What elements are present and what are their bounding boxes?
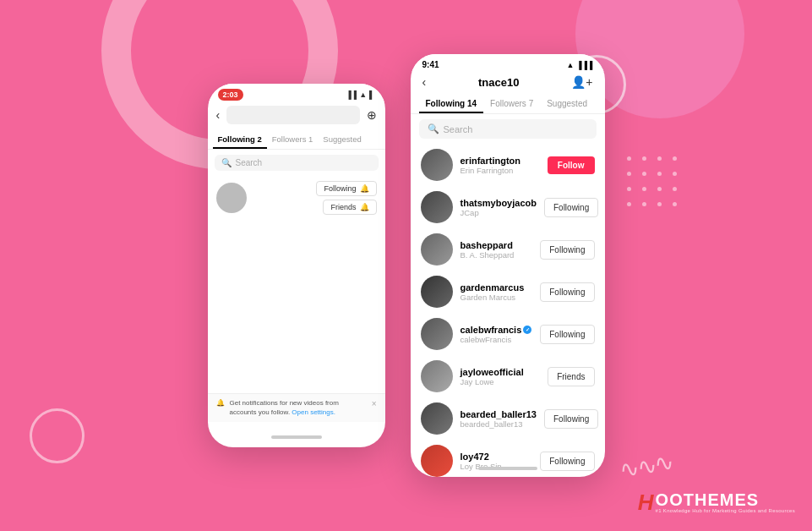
notif-settings-link[interactable]: Open settings.	[292, 408, 335, 416]
right-tab-suggested[interactable]: Suggested	[540, 96, 594, 113]
left-status-bar: 2:03 ▐▐ ▲ ▌	[208, 84, 385, 102]
left-notification-text: Get notifications for new videos from ac…	[230, 399, 367, 417]
logo-tagline: #1 Knowledge Hub for Marketing Guides an…	[656, 508, 795, 514]
right-search-row[interactable]: 🔍 Search	[419, 119, 597, 139]
bg-circle-bottom	[30, 408, 84, 463]
left-home-indicator	[271, 435, 322, 439]
user-realname: JCap	[460, 208, 537, 217]
user-handle: bearded_baller13	[460, 409, 537, 419]
logo-h-icon: H	[638, 490, 654, 516]
user-realname: Jay Lowe	[460, 377, 541, 386]
left-profile-icon[interactable]: ⊕	[367, 108, 377, 122]
right-back-button[interactable]: ‹	[422, 75, 427, 89]
right-tabs: Following 14 Followers 7 Suggested	[411, 92, 605, 114]
follow-button[interactable]: Follow	[548, 156, 595, 174]
user-info: jayloweofficial Jay Lowe	[460, 367, 541, 386]
table-row: basheppard B. A. Sheppard Following	[411, 228, 605, 271]
table-row: calebwfrancis ✓ calebwFrancis Following	[411, 313, 605, 355]
bg-squiggle: ∿∿∿	[618, 448, 675, 484]
signal-icon: ▐▐	[346, 90, 357, 99]
user-handle: gardenmarcus	[460, 282, 533, 293]
avatar	[421, 445, 453, 477]
left-status-icons: ▐▐ ▲ ▌	[346, 90, 374, 99]
user-realname: Erin Farrington	[460, 166, 540, 175]
following-button[interactable]: Following	[544, 198, 598, 217]
right-search-placeholder: Search	[444, 124, 473, 134]
user-handle: thatsmyboyjacob	[460, 198, 537, 208]
left-search-bar	[226, 106, 359, 124]
bg-dots	[627, 156, 681, 211]
user-info: basheppard B. A. Sheppard	[460, 240, 533, 260]
left-user-actions: Following 🔔 Friends 🔔	[316, 181, 376, 215]
table-row: loy472 Loy Bro Sin Following	[411, 440, 605, 477]
right-profile-name: tnace10	[478, 76, 519, 89]
left-following-button[interactable]: Following 🔔	[316, 181, 376, 196]
right-status-icons: ▲ ▐▐▐	[566, 61, 592, 69]
logo-main-text: OOTHEMES	[656, 491, 795, 508]
wifi-icon-left: ▲	[359, 90, 367, 99]
user-realname: bearded_baller13	[460, 419, 537, 429]
avatar	[421, 276, 453, 308]
left-user-item: Following 🔔 Friends 🔔	[208, 176, 385, 220]
following-button[interactable]: Following	[544, 409, 598, 429]
right-tab-following[interactable]: Following 14	[419, 96, 484, 113]
following-button[interactable]: Following	[540, 282, 594, 302]
avatar	[421, 233, 453, 266]
right-tab-followers[interactable]: Followers 7	[483, 96, 540, 113]
user-info: calebwfrancis ✓ calebwFrancis	[460, 325, 533, 344]
following-button[interactable]: Following	[540, 325, 594, 344]
right-home-indicator	[478, 467, 537, 470]
logo-area: H OOTHEMES #1 Knowledge Hub for Marketin…	[638, 490, 795, 516]
left-search-row[interactable]: 🔍 Search	[215, 155, 379, 171]
friends-label: Friends	[330, 203, 356, 211]
user-realname: B. A. Sheppard	[460, 250, 533, 260]
right-wifi-icon: ▲	[566, 61, 574, 69]
table-row: thatsmyboyjacob JCap Following	[411, 186, 605, 228]
avatar	[421, 318, 453, 350]
user-handle: basheppard	[460, 240, 533, 250]
avatar	[421, 360, 453, 392]
user-info: gardenmarcus Garden Marcus	[460, 282, 533, 302]
phone-left: 2:03 ▐▐ ▲ ▌ ‹ ⊕ Following 2 Followers 1 …	[208, 84, 385, 447]
user-realname: calebwFrancis	[460, 335, 533, 344]
left-friends-button[interactable]: Friends 🔔	[323, 200, 376, 215]
avatar	[421, 149, 453, 181]
table-row: erinfartington Erin Farrington Follow	[411, 144, 605, 186]
following-button[interactable]: Following	[540, 240, 594, 260]
notif-close-button[interactable]: ×	[372, 399, 377, 408]
verified-badge: ✓	[523, 326, 531, 334]
left-time: 2:03	[218, 89, 243, 101]
right-profile-header: ‹ tnace10 👤+	[411, 72, 605, 92]
friends-button[interactable]: Friends	[548, 367, 594, 386]
right-status-bar: 9:41 ▲ ▐▐▐	[411, 54, 605, 72]
notif-bell-icon: 🔔	[216, 399, 225, 407]
user-handle: loy472	[460, 452, 533, 462]
following-button[interactable]: Following	[540, 452, 594, 471]
bell-icon-following: 🔔	[360, 184, 369, 193]
left-tab-following[interactable]: Following 2	[213, 131, 267, 149]
right-battery-icon: ▐▐▐	[576, 61, 592, 69]
user-info: thatsmyboyjacob JCap	[460, 198, 537, 217]
table-row: gardenmarcus Garden Marcus Following	[411, 271, 605, 313]
avatar	[421, 402, 453, 435]
left-search-placeholder: Search	[236, 158, 263, 167]
logo-text-stack: OOTHEMES #1 Knowledge Hub for Marketing …	[656, 491, 795, 514]
logo-h-red: H	[638, 490, 654, 515]
user-handle: jayloweofficial	[460, 367, 541, 377]
phones-container: 2:03 ▐▐ ▲ ▌ ‹ ⊕ Following 2 Followers 1 …	[208, 54, 605, 477]
battery-icon-left: ▌	[369, 90, 374, 99]
left-notification-bar: 🔔 Get notifications for new videos from …	[208, 393, 385, 422]
avatar	[421, 191, 453, 223]
left-back-button[interactable]: ‹	[216, 108, 221, 122]
left-tab-followers[interactable]: Followers 1	[267, 131, 319, 149]
left-user-avatar	[216, 183, 247, 213]
table-row: jayloweofficial Jay Lowe Friends	[411, 355, 605, 397]
user-handle: calebwfrancis ✓	[460, 325, 533, 335]
following-label: Following	[324, 184, 356, 193]
left-top-nav: ‹ ⊕	[208, 102, 385, 128]
right-add-profile-button[interactable]: 👤+	[571, 75, 592, 89]
user-handle: erinfartington	[460, 156, 540, 166]
left-tab-suggested[interactable]: Suggested	[318, 131, 366, 149]
left-search-icon: 🔍	[221, 158, 232, 167]
phone-right: 9:41 ▲ ▐▐▐ ‹ tnace10 👤+ Following 14 Fol…	[411, 54, 605, 477]
